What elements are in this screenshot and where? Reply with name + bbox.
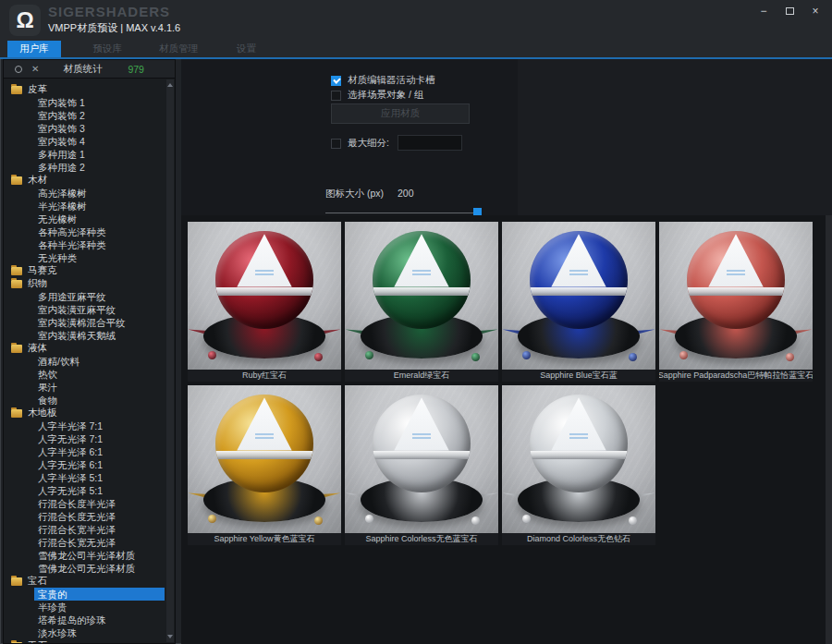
material-card[interactable]: Emerald绿宝石 <box>345 222 498 382</box>
tree-item[interactable]: 人字无光泽 6:1 <box>4 458 166 471</box>
category-sidebar: ✕ 材质统计 979 皮革室内装饰 1室内装饰 2室内装饰 3室内装饰 4多种用… <box>3 59 176 644</box>
tree-folder[interactable]: 木地板 <box>4 407 166 419</box>
tree-item[interactable]: 室内装饰 1 <box>4 96 166 109</box>
tree-item[interactable]: 人字半光泽 7:1 <box>4 419 166 432</box>
checkbox-row-max-subdiv[interactable]: 最大细分: <box>331 137 389 150</box>
tree-item[interactable]: 行混合长宽半光泽 <box>4 523 166 536</box>
scroll-up-icon[interactable] <box>167 83 173 87</box>
minimize-button[interactable]: − <box>752 2 775 20</box>
active-slot-checkbox[interactable] <box>331 76 341 86</box>
tab-settings[interactable]: 设置 <box>225 41 268 57</box>
tree-folder-label: 马赛克 <box>28 264 57 277</box>
tree-item[interactable]: 无光种类 <box>4 251 166 264</box>
material-card[interactable]: Sapphire Padparadscha巴特帕拉恰蓝宝石 <box>659 222 813 382</box>
close-button[interactable]: × <box>804 2 826 20</box>
material-card[interactable]: Sapphire Blue宝石蓝 <box>502 222 655 382</box>
folder-icon <box>11 577 22 586</box>
tree-item[interactable]: 室内装潢棉混合平纹 <box>4 316 166 329</box>
tab-material-manager[interactable]: 材质管理 <box>147 41 210 57</box>
tree-item[interactable]: 塔希提岛的珍珠 <box>4 614 166 626</box>
clear-icon[interactable]: ✕ <box>31 64 39 74</box>
tree-item[interactable]: 多种用途 1 <box>4 148 166 161</box>
shaderball-logo-icon <box>412 433 431 441</box>
max-subdiv-input[interactable] <box>398 135 462 151</box>
folder-icon <box>11 409 22 418</box>
shaderball-logo-icon <box>412 270 431 277</box>
shaderball-logo-icon <box>255 270 274 277</box>
gem-dot-left <box>365 515 373 523</box>
maximize-button[interactable] <box>778 2 801 20</box>
tree-item[interactable]: 人字半光泽 6:1 <box>4 445 166 458</box>
scroll-down-icon[interactable] <box>167 635 173 638</box>
apply-material-button[interactable]: 应用材质 <box>331 103 470 124</box>
tree-folder[interactable]: 木材 <box>4 174 166 187</box>
tree-folder[interactable]: 液体 <box>4 342 166 355</box>
tree-item[interactable]: 行混合长宽无光泽 <box>4 536 166 549</box>
tree-item[interactable]: 果汁 <box>4 381 166 394</box>
tree-item[interactable]: 宝贵的 <box>34 588 165 601</box>
tree-item[interactable]: 各种半光泽种类 <box>4 238 166 251</box>
scene-select-checkbox[interactable] <box>331 91 341 101</box>
tree-item[interactable]: 高光泽橡树 <box>4 187 166 200</box>
scene-select-label: 选择场景对象 / 组 <box>348 89 423 102</box>
tree-folder-label: 木地板 <box>28 407 57 419</box>
tree-item[interactable]: 室内装潢亚麻平纹 <box>4 303 166 316</box>
tree-item[interactable]: 人字无光泽 7:1 <box>4 432 166 445</box>
tree-item[interactable]: 行混合长度半光泽 <box>4 497 166 510</box>
tree-item[interactable]: 室内装饰 3 <box>4 122 166 135</box>
tree-folder-label: 皮革 <box>28 83 47 96</box>
tab-preset-library[interactable]: 预设库 <box>81 41 135 57</box>
tree-item[interactable]: 半光泽橡树 <box>4 200 166 213</box>
tree-item[interactable]: 室内装饰 4 <box>4 135 166 148</box>
material-stats-count: 979 <box>128 64 144 75</box>
shaderball-cap <box>373 231 471 329</box>
tree-item[interactable]: 热饮 <box>4 368 166 381</box>
material-card[interactable]: Sapphire Yellow黄色蓝宝石 <box>188 385 341 545</box>
material-name: Sapphire Padparadscha巴特帕拉恰蓝宝石 <box>659 370 813 382</box>
folder-icon <box>11 86 22 94</box>
browser-scrollbar[interactable] <box>826 215 832 644</box>
checkbox-row-active-slot[interactable]: 材质编辑器活动卡槽 <box>331 74 435 87</box>
tree-item[interactable]: 人字无光泽 5:1 <box>4 484 166 497</box>
tree-item[interactable]: 雪佛龙公司半光泽材质 <box>4 549 166 562</box>
material-preview <box>188 385 341 533</box>
shaderball-logo-icon <box>569 270 588 277</box>
tree-item[interactable]: 食物 <box>4 394 166 407</box>
shaderball-sphere <box>373 231 471 329</box>
tree-folder[interactable]: 织物 <box>4 277 166 290</box>
tree-item[interactable]: 人字半光泽 5:1 <box>4 471 166 484</box>
tree-folder[interactable]: 宝石 <box>4 575 166 588</box>
tree-item[interactable]: 室内装饰 2 <box>4 109 166 122</box>
sidebar-header: ✕ 材质统计 979 <box>4 60 175 79</box>
tree-item[interactable]: 酒精/饮料 <box>4 355 166 368</box>
tree-item[interactable]: 室内装潢棉天鹅绒 <box>4 329 166 342</box>
title-bar: Ω SIGERSHADERS VMPP材质预设 | MAX v.4.1.6 − … <box>0 0 832 41</box>
material-card[interactable]: Sapphire Colorless无色蓝宝石 <box>345 385 498 545</box>
tree-item[interactable]: 多种用途 2 <box>4 161 166 174</box>
tab-bar: 用户库 预设库 材质管理 设置 <box>0 41 832 57</box>
tree-item[interactable]: 各种高光泽种类 <box>4 225 166 238</box>
folder-icon <box>11 267 22 275</box>
tree-item[interactable]: 半珍贵 <box>4 601 166 614</box>
tab-user-library[interactable]: 用户库 <box>7 41 61 57</box>
icon-size-slider[interactable] <box>325 213 481 213</box>
max-subdiv-checkbox[interactable] <box>331 139 341 149</box>
tree-folder[interactable]: 皮革 <box>4 83 166 96</box>
tree-item[interactable]: 行混合长度无光泽 <box>4 510 166 523</box>
tree-item[interactable]: 无光橡树 <box>4 213 166 225</box>
gem-dot-left <box>208 351 216 359</box>
refresh-icon[interactable] <box>15 66 22 73</box>
tree-folder-label: 玉石 <box>28 639 47 643</box>
material-card[interactable]: Ruby红宝石 <box>188 222 341 382</box>
icon-size-label: 图标大小 (px) <box>325 188 384 200</box>
sidebar-scrollbar[interactable] <box>166 79 174 642</box>
tree-folder[interactable]: 玉石 <box>4 639 166 643</box>
tree-item[interactable]: 淡水珍珠 <box>4 626 166 639</box>
tree-item[interactable]: 雪佛龙公司无光泽材质 <box>4 562 166 575</box>
shaderball-sphere <box>373 395 471 492</box>
shaderball-band <box>530 287 628 296</box>
material-card[interactable]: Diamond Colorless无色钻石 <box>502 385 655 545</box>
tree-folder[interactable]: 马赛克 <box>4 264 166 277</box>
checkbox-row-scene-select[interactable]: 选择场景对象 / 组 <box>331 89 423 102</box>
tree-item[interactable]: 多用途亚麻平纹 <box>4 290 166 303</box>
